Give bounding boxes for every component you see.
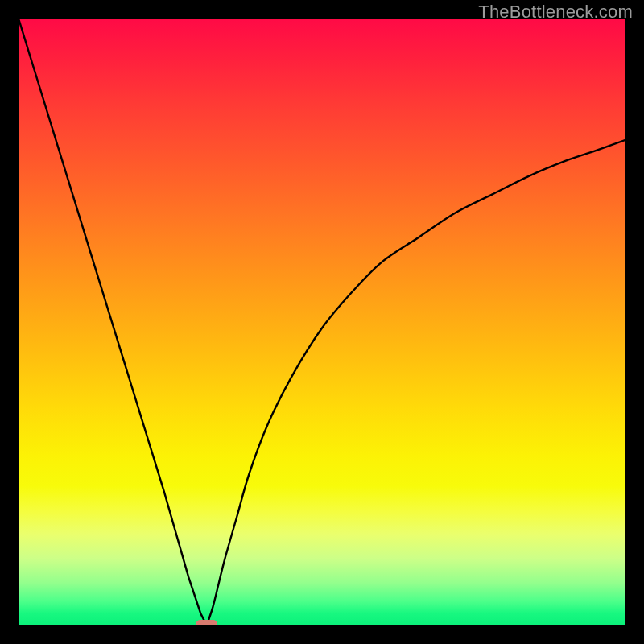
curve-right-branch [207, 140, 625, 625]
plot-area [19, 19, 625, 625]
watermark-text: TheBottleneck.com [478, 2, 633, 23]
curve-left-branch [19, 19, 207, 625]
curve-svg [19, 19, 625, 625]
minimum-marker [196, 620, 217, 625]
chart-frame: TheBottleneck.com [0, 0, 644, 644]
